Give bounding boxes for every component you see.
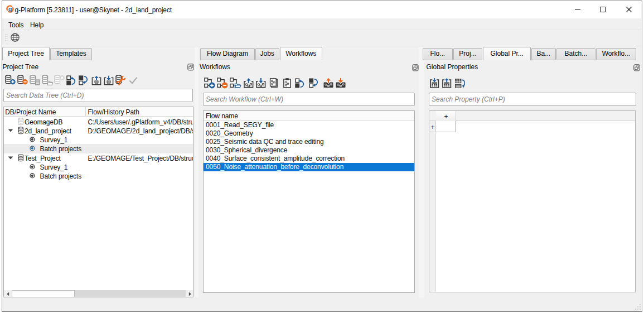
- svg-text:g: g: [8, 6, 12, 12]
